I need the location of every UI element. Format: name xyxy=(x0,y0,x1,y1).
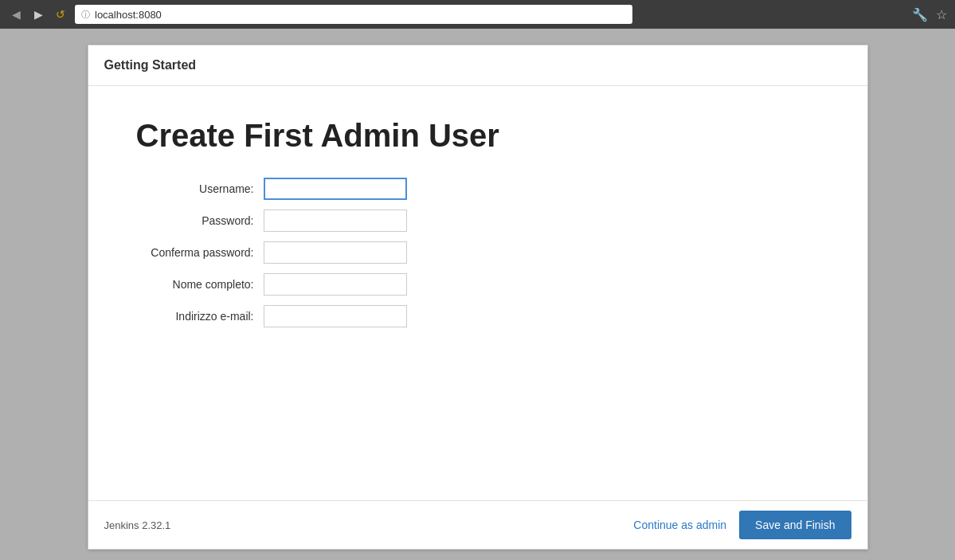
confirm-password-label: Conferma password: xyxy=(136,246,264,259)
email-row: Indirizzo e-mail: xyxy=(136,305,820,327)
browser-right-icons: 🔧 ☆ xyxy=(912,7,947,22)
password-input[interactable] xyxy=(264,210,407,232)
email-label: Indirizzo e-mail: xyxy=(136,310,264,323)
browser-toolbar: ◀ ▶ ↺ ⓘ localhost:8080 🔧 ☆ xyxy=(0,0,955,29)
full-name-row: Nome completo: xyxy=(136,273,820,296)
forward-button[interactable]: ▶ xyxy=(30,6,46,22)
form: Username: Password: Conferma password: N… xyxy=(136,178,820,327)
card-header-title: Getting Started xyxy=(104,58,197,72)
bookmark-icon[interactable]: ☆ xyxy=(936,7,947,22)
password-row: Password: xyxy=(136,210,820,232)
full-name-input[interactable] xyxy=(264,273,407,296)
url-text: localhost:8080 xyxy=(95,9,162,21)
form-main-title: Create First Admin User xyxy=(136,118,820,154)
username-row: Username: xyxy=(136,178,820,200)
main-card: Getting Started Create First Admin User … xyxy=(88,45,868,550)
footer-actions: Continue as admin Save and Finish xyxy=(633,511,851,539)
back-button[interactable]: ◀ xyxy=(8,6,24,22)
confirm-password-input[interactable] xyxy=(264,241,407,264)
username-label: Username: xyxy=(136,182,264,195)
security-icon: ⓘ xyxy=(81,9,90,21)
version-label: Jenkins 2.32.1 xyxy=(104,519,171,531)
reload-button[interactable]: ↺ xyxy=(53,6,68,22)
card-header: Getting Started xyxy=(88,45,867,86)
continue-as-admin-button[interactable]: Continue as admin xyxy=(633,519,726,531)
username-input[interactable] xyxy=(264,178,407,200)
card-body: Create First Admin User Username: Passwo… xyxy=(88,86,867,500)
card-footer: Jenkins 2.32.1 Continue as admin Save an… xyxy=(88,500,867,549)
address-bar[interactable]: ⓘ localhost:8080 xyxy=(75,5,632,24)
email-input[interactable] xyxy=(264,305,407,327)
extensions-icon[interactable]: 🔧 xyxy=(912,7,928,22)
full-name-label: Nome completo: xyxy=(136,278,264,291)
confirm-password-row: Conferma password: xyxy=(136,241,820,264)
page-area: Getting Started Create First Admin User … xyxy=(0,29,955,560)
password-label: Password: xyxy=(136,214,264,227)
save-and-finish-button[interactable]: Save and Finish xyxy=(739,511,851,539)
